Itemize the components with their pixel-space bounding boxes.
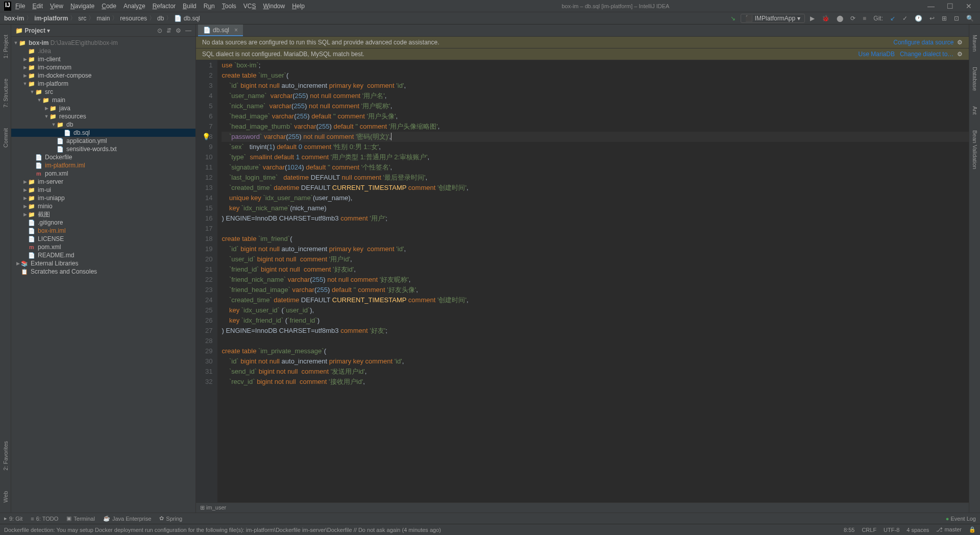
breadcrumb[interactable]: box-im〉 im-platform〉 src〉 main〉 resource… [4, 14, 200, 22]
tab-web[interactable]: Web [3, 491, 9, 502]
maximize-icon[interactable]: ☐ [943, 2, 958, 10]
warning-gear-icon[interactable]: ⚙ [957, 51, 963, 58]
tree-item[interactable]: 📄db.sql [11, 129, 195, 137]
tree-item[interactable]: 📄application.yml [11, 137, 195, 145]
tree-item[interactable]: ▶📁java [11, 104, 195, 112]
select-opened-icon[interactable]: ⊙ [157, 27, 162, 34]
warning-gear-icon[interactable]: ⚙ [957, 39, 963, 46]
tree-item[interactable]: 📄.gitignore [11, 218, 195, 227]
menu-help[interactable]: Help [289, 2, 308, 11]
tree-item[interactable]: ▶📁im-commom [11, 63, 195, 71]
menu-analyze[interactable]: Analyze [120, 2, 149, 11]
minimize-icon[interactable]: — [923, 2, 939, 10]
code-editor[interactable]: 1234567891011121314151617181920212223242… [196, 60, 969, 502]
tree-item[interactable]: 📁.idea [11, 47, 195, 55]
tab-commit[interactable]: Commit [3, 128, 9, 148]
cursor-pos[interactable]: 8:55 [844, 527, 854, 533]
menu-tools[interactable]: Tools [219, 2, 239, 11]
layout-icon[interactable]: ⊡ [952, 14, 961, 23]
tree-item[interactable]: ▶📁截图 [11, 210, 195, 218]
code-breadcrumb[interactable]: ⊞ im_user [196, 502, 969, 513]
tab-favorites[interactable]: 2: Favorites [3, 441, 9, 470]
tool-todo[interactable]: ≡ 6: TODO [31, 515, 58, 522]
line-sep[interactable]: CRLF [862, 527, 876, 533]
tool-terminal[interactable]: ▣ Terminal [66, 515, 95, 522]
tree-ext-libs[interactable]: ▶📚External Libraries [11, 259, 195, 268]
menu-code[interactable]: Code [99, 2, 119, 11]
run-config-select[interactable]: ⬛ IMPlatformApp ▾ [741, 14, 805, 23]
menubar: IJ File Edit View Navigate Code Analyze … [4, 2, 308, 11]
tree-item[interactable]: 📄sensitive-words.txt [11, 145, 195, 153]
tree-item[interactable]: 📄im-platform.iml [11, 161, 195, 169]
tree-item[interactable]: 📄LICENSE [11, 235, 195, 243]
search-icon[interactable]: 🔍 [964, 14, 976, 23]
editor-tab[interactable]: 📄 db.sql × [198, 25, 243, 36]
tree-item[interactable]: 📄README.md [11, 251, 195, 259]
tool-javaee[interactable]: ☕ Java Enterprise [103, 515, 151, 522]
coverage-icon[interactable]: ⬤ [835, 14, 845, 23]
menu-vcs[interactable]: VCS [240, 2, 259, 11]
tool-spring[interactable]: ✿ Spring [159, 515, 182, 522]
menu-file[interactable]: File [12, 2, 28, 11]
close-icon[interactable]: ✕ [962, 2, 976, 10]
encoding[interactable]: UTF-8 [884, 527, 899, 533]
tab-ant[interactable]: Ant [972, 106, 978, 115]
tree-item[interactable]: ▶📁im-server [11, 178, 195, 186]
menu-window[interactable]: Window [260, 2, 288, 11]
tree-item[interactable]: ▼📁im-platform [11, 80, 195, 88]
tool-git[interactable]: ▸ 9: Git [4, 515, 22, 522]
tree-item[interactable]: mpom.xml [11, 169, 195, 178]
project-tree[interactable]: ▼📁box-im D:\JavaEE\github\box-im📁.idea▶📁… [11, 37, 195, 513]
panel-title: 📁 Project ▾ [15, 27, 50, 34]
git-revert-icon[interactable]: ↩ [927, 14, 937, 23]
menu-navigate[interactable]: Navigate [67, 2, 97, 11]
tab-structure[interactable]: 7: Structure [3, 79, 9, 108]
expand-icon[interactable]: ⇵ [166, 27, 172, 34]
debug-icon[interactable]: 🐞 [820, 14, 831, 23]
build-icon[interactable]: ↘ [728, 14, 738, 23]
tree-item[interactable]: 📄Dockerfile [11, 153, 195, 161]
event-log[interactable]: ● Event Log [946, 516, 976, 522]
settings-icon[interactable]: ⊞ [940, 14, 949, 23]
use-mariadb-link[interactable]: Use MariaDB [859, 51, 895, 58]
change-dialect-link[interactable]: Change dialect to… [900, 51, 953, 58]
close-tab-icon[interactable]: × [234, 27, 238, 34]
menu-view[interactable]: View [47, 2, 66, 11]
git-branch[interactable]: ⎇ master [936, 526, 962, 533]
tree-item[interactable]: ▼📁main [11, 96, 195, 104]
menu-run[interactable]: Run [201, 2, 218, 11]
tree-item[interactable]: ▼📁resources [11, 112, 195, 120]
git-history-icon[interactable]: 🕐 [913, 14, 924, 23]
logo-icon: IJ [4, 2, 11, 11]
tab-database[interactable]: Database [972, 67, 978, 91]
tree-item[interactable]: ▼📁db [11, 120, 195, 129]
stop-icon[interactable]: ■ [861, 14, 868, 23]
tab-maven[interactable]: Maven [972, 35, 978, 52]
git-commit-icon[interactable]: ✓ [900, 14, 910, 23]
tree-item[interactable]: ▶📁im-client [11, 55, 195, 63]
tab-project[interactable]: 1: Project [3, 35, 9, 58]
tree-scratches[interactable]: 📋Scratches and Consoles [11, 268, 195, 276]
tree-item[interactable]: ▼📁src [11, 88, 195, 96]
run-icon[interactable]: ▶ [808, 14, 817, 23]
lock-icon[interactable]: 🔒 [969, 526, 976, 533]
tab-bean-validation[interactable]: Bean Validation [972, 130, 978, 169]
menu-refactor[interactable]: Refactor [150, 2, 179, 11]
tree-item[interactable]: ▶📁minio [11, 202, 195, 210]
hide-icon[interactable]: — [185, 27, 191, 34]
tree-item[interactable]: mpom.xml [11, 243, 195, 251]
indent[interactable]: 4 spaces [906, 527, 929, 533]
profile-icon[interactable]: ⟳ [848, 14, 857, 23]
tree-item[interactable]: 📄box-im.iml [11, 227, 195, 235]
menu-build[interactable]: Build [180, 2, 200, 11]
tree-item[interactable]: ▶📁im-docker-compose [11, 71, 195, 80]
configure-datasource-link[interactable]: Configure data source [893, 39, 953, 46]
tree-item[interactable]: ▶📁im-uniapp [11, 194, 195, 202]
tree-item[interactable]: ▶📁im-ui [11, 186, 195, 194]
menu-edit[interactable]: Edit [29, 2, 46, 11]
gear-icon[interactable]: ⚙ [176, 27, 181, 34]
warning-text-2: SQL dialect is not configured. MariaDB, … [202, 51, 364, 58]
window-title: box-im – db.sql [im-platform] – IntelliJ… [561, 3, 669, 9]
git-update-icon[interactable]: ↙ [888, 14, 897, 23]
tree-root[interactable]: ▼📁box-im D:\JavaEE\github\box-im [11, 39, 195, 47]
